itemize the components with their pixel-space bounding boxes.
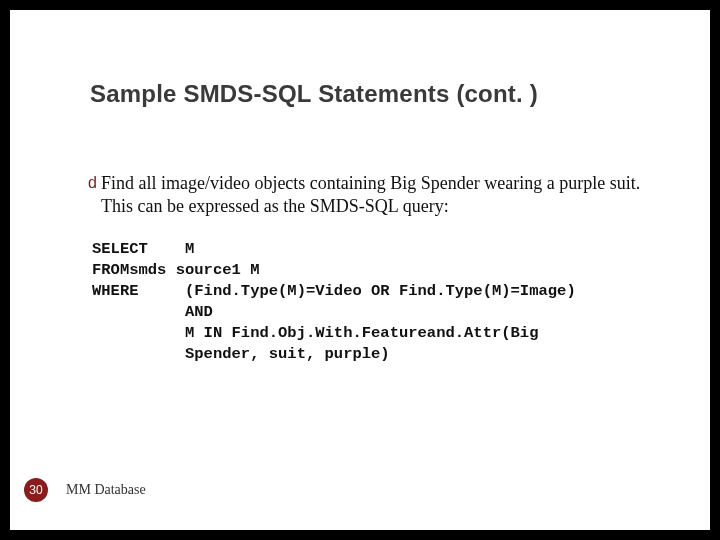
bullet-item: d Find all image/video objects containin… bbox=[88, 172, 668, 217]
slide-title: Sample SMDS-SQL Statements (cont. ) bbox=[90, 80, 538, 108]
bullet-text: Find all image/video objects containing … bbox=[101, 172, 668, 217]
slide-body: d Find all image/video objects containin… bbox=[88, 172, 668, 365]
page-number-badge: 30 bbox=[24, 478, 48, 502]
sql-code-block: SELECT M FROMsmds source1 M WHERE (Find.… bbox=[92, 239, 668, 365]
slide-footer: 30 MM Database bbox=[10, 478, 710, 502]
slide: Sample SMDS-SQL Statements (cont. ) d Fi… bbox=[10, 10, 710, 530]
footer-label: MM Database bbox=[66, 482, 146, 498]
bullet-icon: d bbox=[88, 172, 97, 194]
